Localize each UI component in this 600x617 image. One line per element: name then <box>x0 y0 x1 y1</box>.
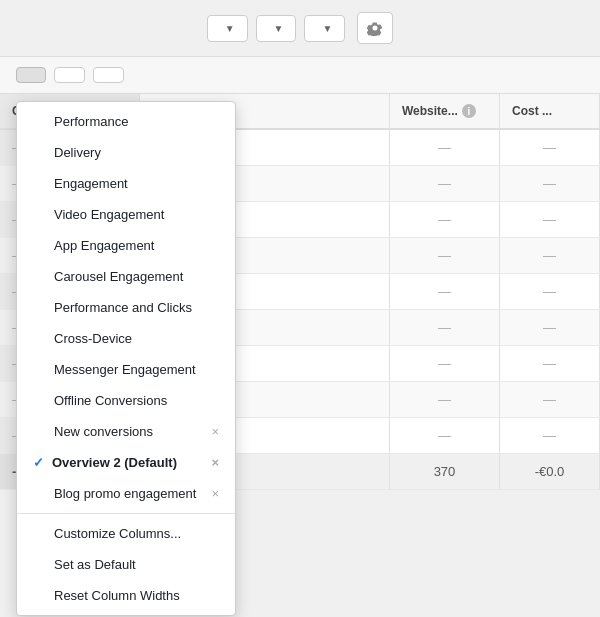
menu-item-label: Engagement <box>54 176 128 191</box>
columns-dropdown: PerformanceDeliveryEngagementVideo Engag… <box>16 101 236 616</box>
filters-button[interactable]: ▼ <box>256 15 297 42</box>
menu-item[interactable]: Performance <box>17 106 235 137</box>
menu-footer-label: Customize Columns... <box>54 526 181 541</box>
export-button[interactable] <box>93 67 124 83</box>
td-cost-2: — <box>500 238 600 273</box>
menu-item-label: App Engagement <box>54 238 154 253</box>
menu-item[interactable]: Delivery <box>17 137 235 168</box>
td-cost-2: — <box>500 346 600 381</box>
menu-footer-item[interactable]: Customize Columns... <box>17 518 235 549</box>
td-cost-2: — <box>500 166 600 201</box>
filters-caret: ▼ <box>274 23 284 34</box>
td-website: — <box>390 346 500 381</box>
td-website: — <box>390 418 500 453</box>
td-cost-2: — <box>500 418 600 453</box>
menu-item[interactable]: Carousel Engagement <box>17 261 235 292</box>
td-website: — <box>390 238 500 273</box>
breakdown-button[interactable] <box>54 67 85 83</box>
td-cost-2: — <box>500 382 600 417</box>
close-icon[interactable]: × <box>211 424 219 439</box>
menu-item[interactable]: Engagement <box>17 168 235 199</box>
close-icon[interactable]: × <box>211 455 219 470</box>
search-caret: ▼ <box>225 23 235 34</box>
menu-item[interactable]: New conversions× <box>17 416 235 447</box>
th-cost-2: Cost ... <box>500 94 600 128</box>
menu-item-label: Delivery <box>54 145 101 160</box>
td-cost-2: — <box>500 274 600 309</box>
menu-item[interactable]: Blog promo engagement× <box>17 478 235 509</box>
td-website: — <box>390 274 500 309</box>
td-total-website: 370 <box>390 454 500 489</box>
td-cost-2: — <box>500 202 600 237</box>
menu-item[interactable]: ✓Overview 2 (Default)× <box>17 447 235 478</box>
top-toolbar: ▼ ▼ ▼ <box>0 0 600 57</box>
info-icon-website[interactable]: i <box>462 104 476 118</box>
menu-footer-label: Set as Default <box>54 557 136 572</box>
menu-item-label: Offline Conversions <box>54 393 167 408</box>
menu-item-label: Messenger Engagement <box>54 362 196 377</box>
menu-footer-item[interactable]: Reset Column Widths <box>17 580 235 611</box>
menu-item-label: Cross-Device <box>54 331 132 346</box>
menu-item[interactable]: Video Engagement <box>17 199 235 230</box>
menu-item[interactable]: App Engagement <box>17 230 235 261</box>
menu-item[interactable]: Offline Conversions <box>17 385 235 416</box>
menu-item-label: Performance <box>54 114 128 129</box>
td-cost-2: — <box>500 310 600 345</box>
gear-icon <box>367 20 383 36</box>
menu-item[interactable]: Performance and Clicks <box>17 292 235 323</box>
menu-item-label: Video Engagement <box>54 207 164 222</box>
menu-item-label: Overview 2 (Default) <box>52 455 177 470</box>
this-month-caret: ▼ <box>322 23 332 34</box>
th-website: Website... i <box>390 94 500 128</box>
menu-footer-label: Reset Column Widths <box>54 588 180 603</box>
menu-item-label: Performance and Clicks <box>54 300 192 315</box>
td-website: — <box>390 310 500 345</box>
menu-item[interactable]: Cross-Device <box>17 323 235 354</box>
td-website: — <box>390 130 500 165</box>
menu-item-label: New conversions <box>54 424 153 439</box>
menu-item[interactable]: Messenger Engagement <box>17 354 235 385</box>
sub-toolbar: PerformanceDeliveryEngagementVideo Engag… <box>0 57 600 94</box>
search-button[interactable]: ▼ <box>207 15 248 42</box>
td-total-cost2: -€0.0 <box>500 454 600 489</box>
td-website: — <box>390 202 500 237</box>
settings-button[interactable] <box>357 12 393 44</box>
close-icon[interactable]: × <box>211 486 219 501</box>
menu-item-label: Blog promo engagement <box>54 486 196 501</box>
menu-item-label: Carousel Engagement <box>54 269 183 284</box>
td-website: — <box>390 166 500 201</box>
check-icon: ✓ <box>33 455 44 470</box>
td-cost-2: — <box>500 130 600 165</box>
columns-button[interactable] <box>16 67 46 83</box>
this-month-button[interactable]: ▼ <box>304 15 345 42</box>
menu-divider <box>17 513 235 514</box>
td-website: — <box>390 382 500 417</box>
menu-footer-item[interactable]: Set as Default <box>17 549 235 580</box>
